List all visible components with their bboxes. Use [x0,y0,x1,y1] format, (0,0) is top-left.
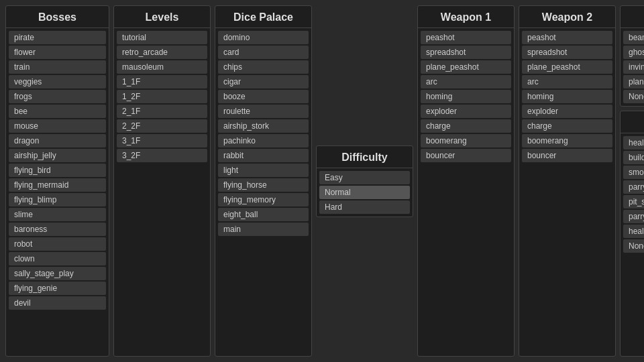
list-item[interactable]: flying_horse [218,178,309,192]
list-item[interactable]: dragon [9,134,106,147]
list-item[interactable]: card [218,46,309,59]
list-item[interactable]: invincible [623,60,644,74]
difficulty-header: Difficulty [317,146,413,168]
list-item[interactable]: baroness [9,223,106,236]
list-item[interactable]: ghost [623,46,644,59]
list-item[interactable]: exploder [421,105,511,118]
list-item[interactable]: flying_memory [218,193,309,206]
list-item[interactable]: plane_peashot [522,60,612,74]
list-item[interactable]: devil [9,296,106,310]
list-item[interactable]: main [218,223,309,236]
list-item[interactable]: bouncer [522,149,612,162]
weapon2-header: Weapon 2 [519,6,615,28]
list-item[interactable]: 1_1F [117,75,207,88]
list-item[interactable]: parry_attack [623,210,644,223]
list-item[interactable]: exploder [522,105,612,118]
list-item[interactable]: builder [623,151,644,164]
list-item[interactable]: peashot [421,31,511,44]
list-item[interactable]: flower [9,46,106,59]
list-item[interactable]: flying_mermaid [9,178,106,192]
list-item[interactable]: boomerang [421,134,511,147]
weapon2-list: peashotspreadshotplane_peashotarchominge… [519,28,615,356]
list-item[interactable]: plane_bomb [623,75,644,88]
list-item[interactable]: clown [9,252,106,265]
list-item[interactable]: 3_1F [117,134,207,147]
list-item[interactable]: 2_2F [117,119,207,133]
weapon2-panel: Weapon 2 peashotspreadshotplane_peashota… [519,5,616,357]
super-header: Super [621,6,644,28]
list-item[interactable]: boomerang [522,134,612,147]
list-item[interactable]: beam [623,31,644,44]
list-item[interactable]: homing [421,90,511,103]
charm-list: health_up_1buildersmoke_dashparry_pluspi… [621,133,644,356]
list-item[interactable]: chips [218,60,309,74]
super-panel: Super beamghostinvincibleplane_bombNone [620,5,644,107]
list-item[interactable]: flying_genie [9,282,106,295]
list-item[interactable]: pit_saver [623,195,644,208]
list-item[interactable]: bouncer [421,149,511,162]
list-item[interactable]: peashot [522,31,612,44]
list-item[interactable]: eight_ball [218,208,309,221]
list-item[interactable]: bee [9,105,106,118]
levels-list: tutorialretro_arcademausoleum1_1F1_2F2_1… [114,28,210,356]
list-item[interactable]: light [218,164,309,177]
list-item[interactable]: tutorial [117,31,207,44]
list-item[interactable]: frogs [9,90,106,103]
list-item[interactable]: cigar [218,75,309,88]
list-item[interactable]: plane_peashot [421,60,511,74]
list-item[interactable]: retro_arcade [117,46,207,59]
list-item[interactable]: Normal [319,186,410,199]
list-item[interactable]: parry_plus [623,180,644,194]
list-item[interactable]: arc [421,75,511,88]
levels-panel: Levels tutorialretro_arcademausoleum1_1F… [113,5,211,357]
list-item[interactable]: domino [218,31,309,44]
list-item[interactable]: 3_2F [117,149,207,162]
weapon1-header: Weapon 1 [418,6,514,28]
list-item[interactable]: veggies [9,75,106,88]
list-item[interactable]: sally_stage_play [9,267,106,280]
super-list: beamghostinvincibleplane_bombNone [621,28,644,106]
difficulty-panel: Difficulty EasyNormalHard [316,145,413,217]
list-item[interactable]: charge [522,119,612,133]
list-item[interactable]: flying_bird [9,164,106,177]
charm-header: Charm [621,111,644,133]
bosses-panel: Bosses pirateflowertrainveggiesfrogsbeem… [5,5,109,357]
list-item[interactable]: mouse [9,119,106,133]
list-item[interactable]: health_up_2 [623,225,644,238]
list-item[interactable]: charge [421,119,511,133]
list-item[interactable]: airship_stork [218,119,309,133]
dice-palace-panel: Dice Palace dominocardchipscigarboozerou… [215,5,312,357]
list-item[interactable]: mausoleum [117,60,207,74]
list-item[interactable]: airship_jelly [9,149,106,162]
list-item[interactable]: arc [522,75,612,88]
weapon1-list: peashotspreadshotplane_peashotarchominge… [418,28,514,356]
list-item[interactable]: 2_1F [117,105,207,118]
list-item[interactable]: roulette [218,105,309,118]
right-group: Weapon 2 peashotspreadshotplane_peashota… [519,5,644,357]
list-item[interactable]: Easy [319,171,410,184]
list-item[interactable]: pirate [9,31,106,44]
weapon1-panel: Weapon 1 peashotspreadshotplane_peashota… [417,5,515,357]
list-item[interactable]: 1_2F [117,90,207,103]
list-item[interactable]: flying_blimp [9,193,106,206]
list-item[interactable]: rabbit [218,149,309,162]
charm-panel: Charm health_up_1buildersmoke_dashparry_… [620,111,644,357]
list-item[interactable]: pachinko [218,134,309,147]
list-item[interactable]: None [623,239,644,253]
list-item[interactable]: spreadshot [522,46,612,59]
list-item[interactable]: health_up_1 [623,136,644,149]
list-item[interactable]: spreadshot [421,46,511,59]
list-item[interactable]: robot [9,237,106,251]
list-item[interactable]: None [623,90,644,103]
difficulty-list: EasyNormalHard [317,168,413,217]
super-charm-column: Super beamghostinvincibleplane_bombNone … [620,5,644,357]
list-item[interactable]: booze [218,90,309,103]
list-item[interactable]: train [9,60,106,74]
levels-header: Levels [114,6,210,28]
main-container: Bosses pirateflowertrainveggiesfrogsbeem… [0,0,644,362]
bosses-header: Bosses [6,6,109,28]
list-item[interactable]: smoke_dash [623,166,644,179]
list-item[interactable]: Hard [319,200,410,214]
list-item[interactable]: homing [522,90,612,103]
list-item[interactable]: slime [9,208,106,221]
